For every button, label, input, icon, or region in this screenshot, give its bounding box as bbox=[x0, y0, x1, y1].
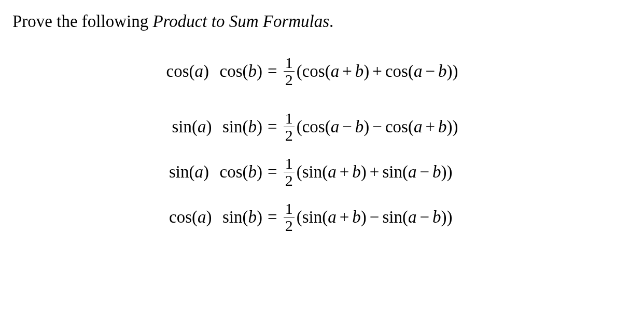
equation-block: cos(a) cos(b) = 1 2 (cos(a+b)+cos(a−b)) … bbox=[12, 55, 632, 234]
var-b: b bbox=[438, 118, 447, 135]
equals-sign: = bbox=[262, 209, 283, 226]
fraction-den: 2 bbox=[284, 172, 295, 188]
lparen: ( bbox=[408, 118, 414, 135]
func-name: sin bbox=[222, 208, 243, 226]
func-name: sin bbox=[382, 164, 402, 181]
problem-prompt: Prove the following Product to Sum Formu… bbox=[12, 9, 632, 33]
operator: − bbox=[416, 209, 432, 226]
rparen: ) bbox=[441, 164, 447, 181]
var-b: b bbox=[432, 209, 441, 226]
lparen: ( bbox=[243, 208, 248, 226]
prompt-period: . bbox=[329, 12, 333, 31]
equation-lhs: sin(a) sin(b) bbox=[146, 118, 262, 135]
var-b: b bbox=[352, 164, 361, 181]
equation-row: cos(a) cos(b) = 1 2 (cos(a+b)+cos(a−b)) bbox=[146, 55, 561, 88]
var-b: b bbox=[248, 162, 257, 181]
var-a: a bbox=[331, 63, 340, 80]
lparen: ( bbox=[322, 209, 328, 226]
fraction-num: 1 bbox=[284, 201, 295, 217]
equation-row: sin(a) sin(b) = 1 2 (cos(a−b)−cos(a+b)) bbox=[146, 111, 561, 143]
rparen: ) bbox=[257, 117, 262, 136]
rparen: ) bbox=[257, 162, 262, 181]
operator: + bbox=[339, 63, 355, 80]
var-b: b bbox=[438, 63, 447, 80]
equals-sign: = bbox=[262, 164, 283, 181]
equals-sign: = bbox=[262, 118, 283, 135]
fraction-half: 1 2 bbox=[284, 156, 295, 188]
operator: − bbox=[339, 118, 355, 135]
var-a: a bbox=[331, 118, 340, 135]
rparen: ) bbox=[447, 63, 453, 80]
equation-row: cos(a) sin(b) = 1 2 (sin(a+b)−sin(a−b)) bbox=[146, 201, 561, 234]
fraction-den: 2 bbox=[284, 127, 295, 143]
fraction-half: 1 2 bbox=[284, 55, 295, 88]
func-name: cos bbox=[302, 63, 325, 80]
operator: + bbox=[337, 209, 353, 226]
operator: + bbox=[367, 164, 383, 181]
var-a: a bbox=[195, 62, 204, 80]
var-a: a bbox=[198, 208, 206, 226]
var-b: b bbox=[432, 164, 441, 181]
lparen: ( bbox=[189, 62, 195, 80]
equation-lhs: cos(a) cos(b) bbox=[146, 63, 262, 80]
rparen: ) bbox=[203, 162, 209, 181]
fraction-den: 2 bbox=[284, 217, 295, 234]
operator: + bbox=[337, 164, 353, 181]
rparen: ) bbox=[206, 208, 212, 226]
func-name: sin bbox=[302, 164, 323, 181]
lparen: ( bbox=[189, 162, 195, 181]
rparen: ) bbox=[453, 118, 458, 135]
lparen: ( bbox=[192, 117, 198, 136]
lparen: ( bbox=[297, 209, 302, 226]
lparen: ( bbox=[243, 162, 248, 181]
lparen: ( bbox=[322, 164, 328, 181]
func-name: sin bbox=[222, 117, 243, 136]
rparen: ) bbox=[453, 63, 458, 80]
func-name: cos bbox=[169, 208, 192, 226]
operator: − bbox=[369, 118, 385, 135]
lparen: ( bbox=[402, 164, 408, 181]
var-a: a bbox=[198, 117, 206, 136]
rparen: ) bbox=[363, 118, 369, 135]
func-name: sin bbox=[382, 209, 402, 226]
func-name: sin bbox=[169, 162, 189, 181]
func-name: sin bbox=[172, 117, 192, 136]
lparen: ( bbox=[325, 118, 331, 135]
func-name: cos bbox=[385, 118, 408, 135]
equation-rhs: 1 2 (sin(a+b)−sin(a−b)) bbox=[283, 201, 453, 234]
var-b: b bbox=[352, 209, 361, 226]
equation-rhs: 1 2 (sin(a+b)+sin(a−b)) bbox=[283, 156, 453, 188]
rparen: ) bbox=[447, 118, 453, 135]
var-a: a bbox=[408, 164, 417, 181]
fraction-num: 1 bbox=[284, 156, 295, 172]
lparen: ( bbox=[325, 63, 331, 80]
rparen: ) bbox=[447, 209, 453, 226]
func-name: cos bbox=[220, 62, 243, 80]
prompt-title: Product to Sum Formulas bbox=[152, 12, 329, 31]
equation-rhs: 1 2 (cos(a−b)−cos(a+b)) bbox=[283, 111, 458, 143]
rparen: ) bbox=[361, 209, 367, 226]
equation-lhs: sin(a) cos(b) bbox=[146, 164, 262, 181]
func-name: sin bbox=[302, 209, 323, 226]
var-a: a bbox=[414, 118, 423, 135]
lparen: ( bbox=[192, 208, 198, 226]
rparen: ) bbox=[257, 62, 262, 80]
func-name: cos bbox=[385, 63, 408, 80]
var-b: b bbox=[355, 118, 364, 135]
var-a: a bbox=[328, 164, 337, 181]
var-b: b bbox=[355, 63, 364, 80]
var-b: b bbox=[248, 62, 257, 80]
var-a: a bbox=[328, 209, 337, 226]
operator: − bbox=[416, 164, 432, 181]
var-b: b bbox=[248, 208, 257, 226]
operator: + bbox=[369, 63, 385, 80]
rparen: ) bbox=[363, 63, 369, 80]
var-a: a bbox=[414, 63, 423, 80]
rparen: ) bbox=[206, 117, 212, 136]
lparen: ( bbox=[297, 118, 302, 135]
fraction-half: 1 2 bbox=[284, 201, 295, 234]
func-name: cos bbox=[166, 62, 189, 80]
rparen: ) bbox=[447, 164, 453, 181]
prompt-leading: Prove the following bbox=[12, 12, 152, 31]
fraction-num: 1 bbox=[284, 55, 295, 71]
